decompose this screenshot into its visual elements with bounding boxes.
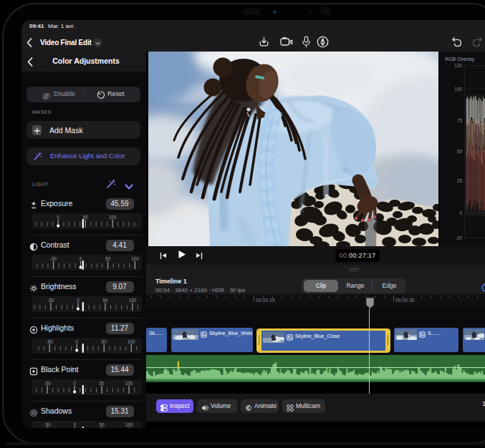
svg-text:50: 50 xyxy=(102,339,107,344)
svg-text:0: 0 xyxy=(80,256,82,261)
svg-text:00:00:30: 00:00:30 xyxy=(395,298,415,303)
svg-text:100: 100 xyxy=(131,256,139,261)
svg-text:50: 50 xyxy=(83,215,89,220)
svg-text:100: 100 xyxy=(125,422,133,427)
svg-text:50: 50 xyxy=(102,298,108,303)
svg-text:100: 100 xyxy=(129,298,137,303)
svg-text:100: 100 xyxy=(128,339,135,344)
svg-text:25: 25 xyxy=(457,178,463,183)
svg-text:-20: -20 xyxy=(456,235,463,240)
svg-text:0: 0 xyxy=(57,215,59,220)
svg-text:-50: -50 xyxy=(50,256,57,261)
svg-text:50: 50 xyxy=(105,256,111,261)
svg-text:50: 50 xyxy=(457,149,463,154)
svg-text:0: 0 xyxy=(73,381,76,386)
svg-text:100: 100 xyxy=(125,381,133,386)
svg-text:0: 0 xyxy=(459,210,462,215)
svg-text:00:00:15: 00:00:15 xyxy=(256,298,275,303)
svg-text:-50: -50 xyxy=(44,381,52,386)
svg-text:100: 100 xyxy=(109,215,117,220)
svg-text:-50: -50 xyxy=(44,422,52,427)
svg-text:-50: -50 xyxy=(47,298,54,303)
svg-text:0: 0 xyxy=(77,298,80,303)
svg-text:-50: -50 xyxy=(47,339,54,344)
svg-text:RGB Overlay: RGB Overlay xyxy=(445,57,475,62)
svg-text:120: 120 xyxy=(454,63,462,68)
svg-text:100: 100 xyxy=(454,87,462,92)
svg-text:0: 0 xyxy=(73,422,76,427)
svg-text:50: 50 xyxy=(100,422,105,427)
svg-text:75: 75 xyxy=(457,118,463,123)
svg-text:50: 50 xyxy=(100,381,105,386)
svg-text:0: 0 xyxy=(75,339,78,344)
